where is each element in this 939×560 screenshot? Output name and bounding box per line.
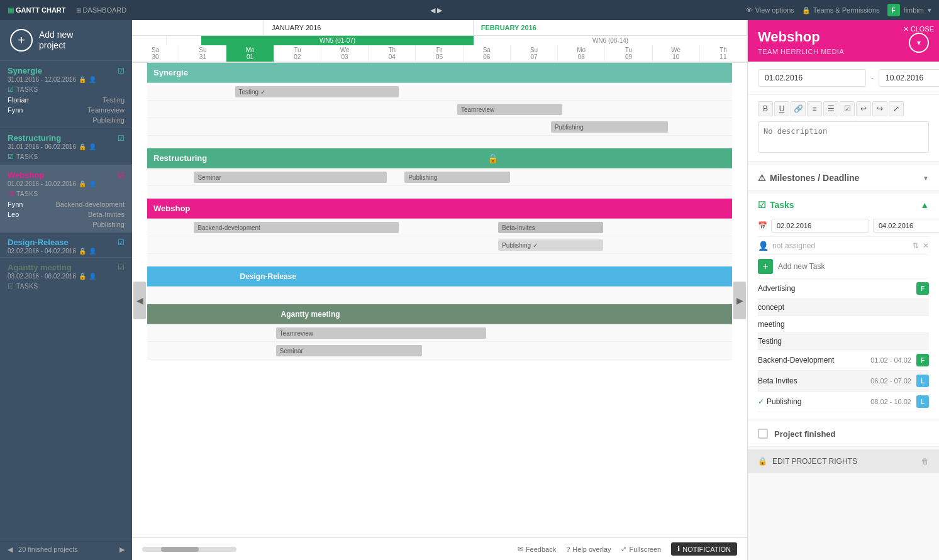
gantt-left-arrow[interactable]: ◀ [133, 282, 146, 319]
gantt-nav-left[interactable]: ◀ [132, 63, 147, 537]
sidebar-projects-list: Synergie ☑ 31.01.2016 - 12.02.2016 🔒 👤 ☑… [0, 60, 132, 539]
webshop-task-3: Publishing [8, 219, 125, 229]
synergie-dates: 31.01.2016 - 12.02.2016 [8, 76, 76, 83]
gantt-synergie-task3: Publishing [147, 118, 732, 136]
nav-left-btn[interactable]: ◀ [8, 546, 13, 553]
task-name-advertising: Advertising [758, 284, 916, 293]
task-start-input[interactable] [771, 219, 869, 233]
synergie-lock-icon: 🔒 [79, 76, 86, 83]
view-options-link[interactable]: 👁 View options [746, 6, 794, 14]
tasks-chevron-icon: ▲ [920, 200, 929, 210]
panel-dropdown-button[interactable]: ▾ [909, 33, 929, 53]
gantt-bar-seminar: Seminar [194, 172, 387, 183]
assign-arrows-icon[interactable]: ⇅ [913, 241, 919, 250]
sidebar-item-webshop[interactable]: Webshop ☑ 01.02.2016 - 10.02.2016 🔒 👤 ☑ … [0, 165, 132, 232]
tasks-section: ☑ Tasks ▲ 📅 🕐 ✕ 👤 not assigned [748, 194, 939, 419]
gantt-bar-teamreview: Teamreview [457, 104, 562, 115]
gantt-row-synergie: Synergie [147, 63, 732, 83]
main-layout: + Add newproject Synergie ☑ 31.01.2016 -… [0, 20, 939, 560]
gantt-bar-teamreview-2: Teamreview [276, 327, 487, 339]
edit-project-rights-button[interactable]: 🔒 EDIT PROJECT RIGHTS 🗑 [748, 449, 939, 473]
task-badge-publishing: L [916, 395, 929, 408]
nav-right-btn[interactable]: ▶ [119, 546, 125, 554]
gantt-webshop-task2: Publishing ✓ [147, 236, 732, 254]
task-check-publishing: ✓ [758, 397, 764, 406]
task-badge-beta: L [916, 375, 929, 387]
gantt-bar-backend: Backend-development [194, 222, 399, 233]
gantt-nav-right[interactable]: ▶ [732, 63, 747, 537]
nav-prev[interactable]: ◀ ▶ [430, 6, 442, 14]
top-bar-right: 👁 View options 🔒 Teams & Permissions F f… [746, 4, 931, 16]
gantt-row-design: Design-Release [147, 266, 732, 287]
gantt-restructuring-spacer [147, 186, 732, 199]
editor-link-btn[interactable]: 🔗 [791, 101, 806, 116]
project-finished-checkbox[interactable] [758, 429, 768, 439]
gantt-webshop-spacer [147, 254, 732, 266]
gantt-bar-testing: Testing ✓ [235, 86, 399, 97]
right-panel-header: ✕ CLOSE Webshop TEAM HERRLICH MEDIA ▾ [748, 20, 939, 62]
sidebar-item-design-release[interactable]: Design-Release ☑ 02.02.2016 - 04.02.2016… [0, 232, 132, 257]
panel-date-end[interactable] [879, 69, 939, 87]
sidebar-item-synergie[interactable]: Synergie ☑ 31.01.2016 - 12.02.2016 🔒 👤 ☑… [0, 60, 132, 128]
fullscreen-link[interactable]: ⤢ Fullscreen [621, 545, 661, 553]
editor-undo-btn[interactable]: ↩ [856, 101, 871, 116]
task-date-row: 📅 🕐 ✕ [758, 215, 929, 237]
sidebar: + Add newproject Synergie ☑ 31.01.2016 -… [0, 20, 132, 560]
day-5: Th04 [369, 45, 416, 62]
webshop-person-icon: 👤 [89, 180, 96, 187]
gantt-design-bar: Design-Release [235, 268, 399, 285]
feedback-link[interactable]: ✉ Feedback [518, 545, 556, 553]
scroll-thumb[interactable] [161, 547, 199, 552]
top-bar: ▣ GANTT CHART ⊞ DASHBOARD ◀ ▶ 👁 View opt… [0, 0, 939, 20]
task-name-meeting: meeting [758, 320, 929, 329]
project-finished-label: Project finished [774, 429, 836, 439]
sidebar-item-restructuring[interactable]: Restructuring ☑ 31.01.2016 - 06.02.2016 … [0, 128, 132, 165]
add-project-button[interactable]: + Add newproject [0, 20, 132, 60]
tasks-title: ☑ Tasks [758, 200, 794, 210]
assign-delete-icon[interactable]: ✕ [923, 241, 929, 250]
notification-btn[interactable]: ℹ NOTIFICATION [671, 542, 737, 556]
add-task-button[interactable]: + [758, 259, 773, 274]
task-dates-beta: 06.02 - 07.02 [870, 377, 911, 385]
add-circle-icon: + [10, 29, 33, 52]
project-finished-row: Project finished [748, 421, 939, 447]
scroll-bar[interactable] [142, 547, 236, 552]
editor-ol-btn[interactable]: ≡ [807, 101, 822, 116]
editor-expand-btn[interactable]: ⤢ [889, 101, 904, 116]
milestones-title: ⚠ Milestones / Deadline [758, 173, 859, 183]
editor-ul-btn[interactable]: ☰ [823, 101, 838, 116]
sidebar-item-agantty[interactable]: Agantty meeting ☑ 03.02.2016 - 06.02.201… [0, 257, 132, 294]
task-end-input[interactable] [873, 219, 939, 233]
panel-date-start[interactable] [758, 69, 866, 87]
agantty-person-icon: 👤 [89, 273, 96, 280]
editor-bold-btn[interactable]: B [758, 101, 773, 116]
tasks-label: Tasks [770, 200, 794, 210]
user-menu[interactable]: F fimbim ▾ [887, 4, 931, 16]
delete-project-icon[interactable]: 🗑 [921, 457, 929, 466]
gantt-synergie-task1: Testing ✓ [147, 83, 732, 101]
help-overlay-link[interactable]: ? Help overlay [566, 546, 611, 553]
gantt-restructuring-task1: Seminar Publishing [147, 168, 732, 186]
gantt-right-arrow[interactable]: ▶ [733, 282, 746, 319]
gantt-webshop-label: Webshop [153, 204, 190, 213]
dashboard-link[interactable]: ⊞ DASHBOARD [76, 6, 127, 14]
task-assign-row: 👤 not assigned ⇅ ✕ [758, 237, 929, 255]
task-dates-backend: 01.02 - 04.02 [870, 356, 911, 364]
milestones-chevron-icon: ▼ [923, 175, 929, 182]
add-task-input[interactable] [778, 262, 929, 271]
person-icon: 👤 [758, 241, 769, 251]
gantt-restructuring-lock: 🔒 [487, 153, 498, 163]
description-textarea[interactable] [758, 121, 929, 153]
teams-permissions-link[interactable]: 🔒 Teams & Permissions [802, 6, 880, 14]
editor-check-btn[interactable]: ☑ [840, 101, 855, 116]
bottom-bar: ✉ Feedback ? Help overlay ⤢ Fullscreen ℹ… [132, 537, 747, 560]
gantt-chart-title[interactable]: ▣ GANTT CHART [8, 6, 66, 14]
right-panel: ✕ CLOSE Webshop TEAM HERRLICH MEDIA ▾ - … [747, 20, 939, 560]
day-4: We03 [321, 45, 369, 62]
panel-editor: B U 🔗 ≡ ☰ ☑ ↩ ↪ ⤢ [748, 95, 939, 162]
gantt-header: JANUARY 2016 FEBRUARY 2016 WN5 (01-07) W… [132, 20, 747, 63]
milestones-header[interactable]: ⚠ Milestones / Deadline ▼ [758, 173, 929, 183]
editor-underline-btn[interactable]: U [774, 101, 789, 116]
task-name-concept: concept [758, 303, 929, 312]
editor-redo-btn[interactable]: ↪ [872, 101, 887, 116]
